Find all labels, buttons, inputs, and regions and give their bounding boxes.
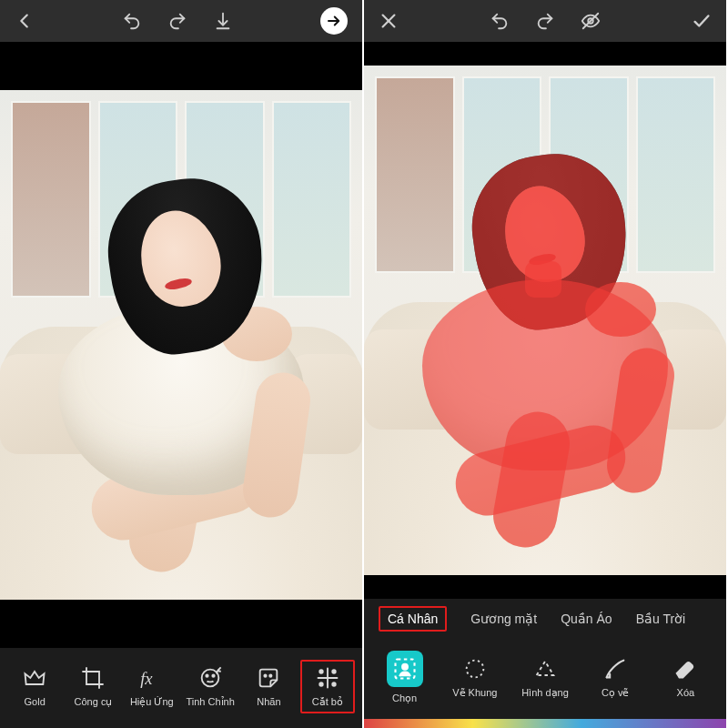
select-person-icon xyxy=(387,651,423,687)
undo-icon[interactable] xyxy=(122,11,142,31)
top-toolbar xyxy=(0,0,362,42)
cutout-icon xyxy=(315,665,340,691)
image-canvas[interactable] xyxy=(364,42,726,599)
svg-point-19 xyxy=(466,660,483,677)
tool-label: Cắt bỏ xyxy=(312,696,343,708)
tool-label: Chọn xyxy=(392,693,417,704)
chip-quanao[interactable]: Quần Áo xyxy=(561,612,612,626)
chip-guongmat[interactable]: Gương mặt xyxy=(470,612,537,626)
crown-icon xyxy=(22,665,47,691)
crop-icon xyxy=(80,665,106,691)
undo-icon[interactable] xyxy=(490,11,510,31)
ad-banner[interactable] xyxy=(364,719,726,728)
svg-point-5 xyxy=(265,675,267,677)
image-canvas[interactable] xyxy=(0,42,362,648)
svg-point-10 xyxy=(332,670,336,673)
tool-label: Gold xyxy=(25,696,46,707)
tool-hinhdang[interactable]: Hình dạng xyxy=(518,656,572,699)
chip-bautroi[interactable]: Bầu Trời xyxy=(636,612,686,626)
eye-off-icon[interactable] xyxy=(581,11,601,31)
next-button[interactable] xyxy=(320,7,348,35)
chip-canhan[interactable]: Cá Nhân xyxy=(379,606,447,632)
face-adjust-icon xyxy=(197,665,223,691)
svg-text:fx: fx xyxy=(140,669,153,688)
bottom-toolstrip: Chọn Vẽ Khung Hình dạng Cọ vẽ xyxy=(364,639,726,719)
bottom-toolstrip: Gold Công cụ fx Hiệu Ứng Tinh Chỉnh xyxy=(0,648,362,728)
cutout-screen-right: Cá Nhân Gương mặt Quần Áo Bầu Trời Chọn … xyxy=(364,0,728,728)
svg-point-12 xyxy=(332,682,336,686)
confirm-icon[interactable] xyxy=(692,11,712,31)
photo-with-mask xyxy=(364,66,726,575)
svg-point-6 xyxy=(270,675,272,677)
tool-chon[interactable]: Chọn xyxy=(378,651,432,704)
svg-point-3 xyxy=(206,674,207,676)
svg-point-11 xyxy=(319,682,323,686)
tool-cove[interactable]: Cọ vẽ xyxy=(588,656,642,699)
fx-icon: fx xyxy=(139,665,165,691)
editor-screen-left: Gold Công cụ fx Hiệu Ứng Tinh Chỉnh xyxy=(0,0,364,728)
download-icon[interactable] xyxy=(213,11,233,31)
tool-congcu[interactable]: Công cụ xyxy=(66,665,120,708)
tool-label: Hiệu Ứng xyxy=(130,696,174,708)
segment-chip-row: Cá Nhân Gương mặt Quần Áo Bầu Trời xyxy=(364,599,726,639)
tool-tinhchinh[interactable]: Tinh Chỉnh xyxy=(183,665,238,708)
tool-label: Vẽ Khung xyxy=(452,687,497,699)
tool-xoa[interactable]: Xóa xyxy=(658,656,713,698)
tool-vekhung[interactable]: Vẽ Khung xyxy=(448,656,502,699)
tool-label: Hình dạng xyxy=(521,687,569,699)
tool-nhan[interactable]: Nhãn xyxy=(241,665,296,707)
redo-icon[interactable] xyxy=(167,11,187,31)
eraser-icon xyxy=(672,656,698,682)
back-icon[interactable] xyxy=(15,11,35,31)
svg-point-9 xyxy=(319,670,323,673)
brush-icon xyxy=(602,656,628,682)
photo xyxy=(0,90,362,600)
tool-label: Nhãn xyxy=(257,696,280,707)
tool-label: Xóa xyxy=(677,687,695,698)
outline-icon xyxy=(462,656,488,682)
svg-point-2 xyxy=(202,669,219,686)
tool-label: Công cụ xyxy=(75,696,113,708)
tool-hieuung[interactable]: fx Hiệu Ứng xyxy=(125,665,179,708)
top-toolbar xyxy=(364,0,726,42)
redo-icon[interactable] xyxy=(535,11,555,31)
close-icon[interactable] xyxy=(379,11,399,31)
shape-icon xyxy=(532,656,558,682)
tool-label: Tinh Chỉnh xyxy=(186,696,234,708)
sticker-icon xyxy=(256,665,281,691)
tool-label: Cọ vẽ xyxy=(602,687,630,699)
svg-point-4 xyxy=(212,674,214,676)
tool-catbo[interactable]: Cắt bỏ xyxy=(300,660,355,713)
svg-point-18 xyxy=(402,663,408,669)
tool-gold[interactable]: Gold xyxy=(7,665,62,707)
